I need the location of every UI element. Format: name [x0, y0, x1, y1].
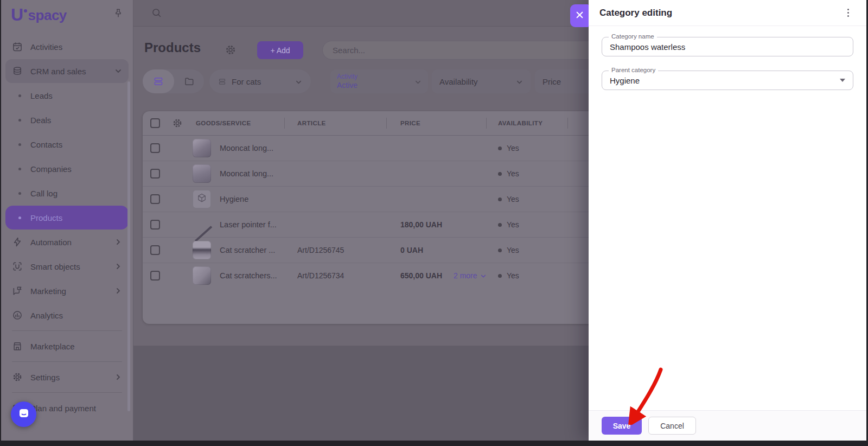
category-name-input[interactable] — [610, 42, 845, 52]
row-checkbox[interactable] — [150, 169, 160, 179]
chevron-down-icon — [480, 272, 487, 279]
sidebar-item-analytics[interactable]: Analytics — [5, 303, 129, 327]
sidebar-item-marketplace[interactable]: Marketplace — [5, 334, 129, 358]
table-settings-icon[interactable] — [172, 118, 183, 129]
chat-launcher-button[interactable] — [11, 402, 36, 427]
bullet-dot-icon — [18, 216, 21, 219]
app-window: U spacy Activities CRM and sales Leads D… — [1, 0, 866, 441]
sidebar-divider — [12, 392, 122, 393]
chevron-down-icon — [295, 78, 302, 85]
panel-title: Category editing — [599, 8, 672, 18]
kebab-menu-icon[interactable] — [845, 7, 852, 20]
sidebar-item-marketing[interactable]: Marketing — [5, 279, 129, 303]
parent-category-label: Parent category — [609, 67, 658, 73]
sidebar-divider — [12, 361, 122, 362]
category-name-field[interactable]: Category name — [602, 37, 853, 56]
sidebar-nav: Activities CRM and sales Leads Deals Con… — [1, 34, 133, 420]
bullet-dot-icon — [18, 119, 21, 122]
category-name-label: Category name — [609, 33, 657, 40]
sidebar-item-crm-and-sales[interactable]: CRM and sales — [5, 59, 129, 83]
close-panel-button[interactable] — [570, 4, 589, 27]
sidebar-item-companies[interactable]: Companies — [5, 157, 129, 181]
column-header-availability: AVAILABILITY — [498, 120, 542, 126]
close-icon — [576, 11, 584, 21]
category-filter[interactable]: For cats — [209, 69, 311, 93]
availability-cell: Yes — [498, 169, 519, 178]
column-header-price: PRICE — [400, 120, 420, 126]
marketplace-icon — [12, 341, 23, 352]
sidebar-item-automation[interactable]: Automation — [5, 230, 129, 254]
chevron-down-icon — [114, 67, 122, 75]
column-divider — [486, 118, 487, 129]
sidebar-header: U spacy — [1, 0, 133, 34]
availability-filter[interactable]: Availability — [432, 69, 531, 93]
uspacy-logo: U spacy — [11, 7, 67, 24]
sidebar-item-deals[interactable]: Deals — [5, 108, 129, 132]
category-editing-panel: Category editing Category name Parent ca… — [589, 0, 866, 441]
chat-icon — [17, 407, 30, 422]
availability-dot-icon — [498, 274, 502, 278]
list-view-button[interactable] — [143, 69, 174, 93]
chevron-down-icon — [516, 78, 523, 85]
sidebar-item-call-log[interactable]: Call log — [5, 181, 129, 205]
smart-objects-icon — [12, 261, 23, 272]
sidebar-item-smart-objects[interactable]: Smart objects — [5, 254, 129, 278]
list-icon — [218, 78, 226, 86]
sidebar-item-leads[interactable]: Leads — [5, 84, 129, 107]
select-all-checkbox[interactable] — [150, 118, 160, 128]
category-filter-value: For cats — [232, 77, 261, 86]
logo-text: spacy — [28, 7, 67, 24]
chevron-right-icon — [114, 238, 122, 246]
bullet-dot-icon — [18, 168, 21, 170]
chevron-down-icon — [414, 78, 422, 85]
row-checkbox[interactable] — [150, 271, 160, 281]
sidebar: U spacy Activities CRM and sales Leads D… — [1, 0, 133, 441]
pin-sidebar-icon[interactable] — [112, 8, 124, 20]
dropdown-arrow-icon — [840, 79, 845, 82]
activity-filter[interactable]: Activity Active — [330, 69, 428, 93]
chevron-right-icon — [114, 287, 122, 295]
sidebar-item-products[interactable]: Products — [5, 206, 129, 230]
row-checkbox[interactable] — [150, 143, 160, 153]
row-checkbox[interactable] — [150, 220, 160, 230]
save-button[interactable]: Save — [602, 417, 642, 435]
row-checkbox[interactable] — [150, 194, 160, 204]
availability-cell: Yes — [498, 195, 519, 203]
sidebar-scrollbar[interactable] — [127, 81, 130, 411]
column-divider — [567, 118, 568, 129]
logo-letter: U — [11, 7, 23, 23]
product-thumbnail — [193, 139, 211, 157]
bullet-dot-icon — [18, 143, 21, 146]
row-checkbox[interactable] — [150, 245, 160, 255]
availability-cell: Yes — [498, 220, 519, 229]
crm-icon — [12, 66, 23, 77]
availability-dot-icon — [498, 146, 502, 150]
bullet-dot-icon — [18, 192, 21, 195]
folder-view-button[interactable] — [174, 76, 204, 87]
view-toggle — [143, 69, 204, 93]
products-settings-icon[interactable] — [225, 44, 237, 56]
availability-filter-label: Availability — [439, 77, 478, 86]
product-thumbnail — [193, 164, 211, 183]
cancel-button[interactable]: Cancel — [648, 417, 696, 435]
add-product-button[interactable]: + Add — [257, 41, 303, 59]
sidebar-item-contacts[interactable]: Contacts — [5, 132, 129, 156]
parent-category-select[interactable]: Parent category Hygiene — [602, 71, 853, 90]
more-prices-link[interactable]: 2 more — [454, 271, 487, 280]
column-divider — [386, 118, 387, 129]
analytics-icon — [12, 310, 23, 321]
column-header-goods: GOODS/SERVICE — [196, 120, 251, 126]
global-search-icon[interactable] — [151, 7, 162, 18]
panel-body: Category name Parent category Hygiene — [589, 26, 866, 90]
calendar-icon — [12, 41, 23, 52]
lightning-icon — [12, 237, 23, 247]
activity-filter-label: Activity — [337, 72, 422, 81]
availability-cell: Yes — [498, 246, 519, 254]
sidebar-item-activities[interactable]: Activities — [5, 35, 129, 59]
availability-cell: Yes — [498, 271, 519, 280]
availability-dot-icon — [498, 172, 502, 176]
availability-cell: Yes — [498, 144, 519, 152]
sidebar-item-settings[interactable]: Settings — [5, 365, 129, 389]
activity-filter-value: Active — [337, 81, 422, 90]
availability-dot-icon — [498, 197, 502, 201]
